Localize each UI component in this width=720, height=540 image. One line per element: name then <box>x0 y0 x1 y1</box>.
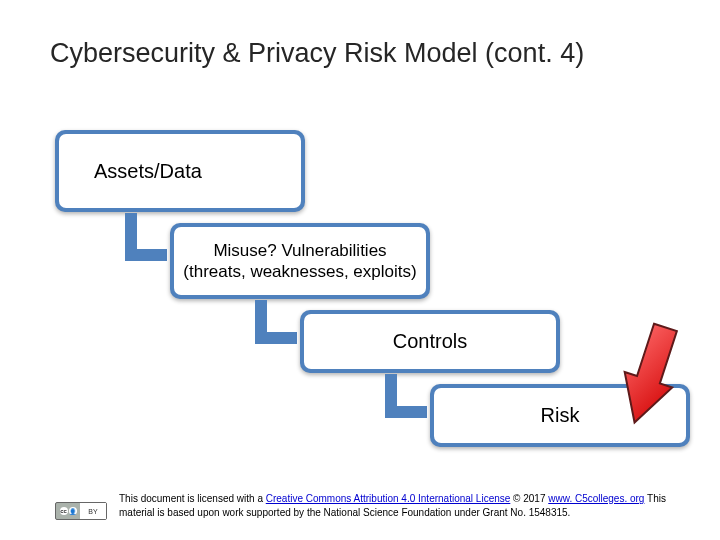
slide-title: Cybersecurity & Privacy Risk Model (cont… <box>50 38 680 69</box>
footer-prefix: This document is licensed with a <box>119 493 266 504</box>
box-misuse-line2: (threats, weaknesses, exploits) <box>183 261 416 282</box>
box-misuse-vulnerabilities: Misuse? Vulnerabilities (threats, weakne… <box>170 223 430 299</box>
footer: cc 👤 BY This document is licensed with a… <box>55 492 670 520</box>
box-misuse-line1: Misuse? Vulnerabilities <box>213 240 386 261</box>
connector-elbow-icon <box>125 213 167 261</box>
footer-text: This document is licensed with a Creativ… <box>119 492 670 519</box>
box-controls: Controls <box>300 310 560 373</box>
cc-by-badge-icon: cc 👤 BY <box>55 502 107 520</box>
connector-elbow-icon <box>255 300 297 344</box>
site-link[interactable]: www. C5colleges. org <box>548 493 644 504</box>
cc-by-text: BY <box>80 503 106 519</box>
box-misuse-label: Misuse? Vulnerabilities (threats, weakne… <box>174 227 426 295</box>
cc-logo-icon: cc <box>60 507 68 515</box>
connector-elbow-icon <box>385 374 427 418</box>
box-controls-label: Controls <box>304 314 556 369</box>
footer-mid: © 2017 <box>510 493 548 504</box>
license-link[interactable]: Creative Commons Attribution 4.0 Interna… <box>266 493 511 504</box>
box-assets-data: Assets/Data <box>55 130 305 212</box>
cc-by-person-icon: 👤 <box>69 507 77 515</box>
box-assets-data-label: Assets/Data <box>59 134 301 208</box>
